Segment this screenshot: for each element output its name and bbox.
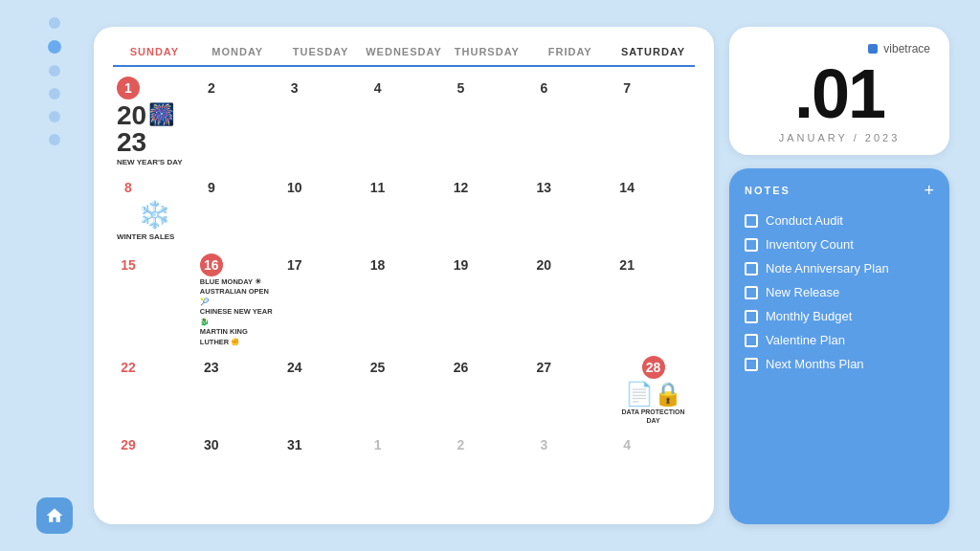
cal-cell-20[interactable]: 20 bbox=[528, 250, 612, 350]
sidebar-dot-5[interactable] bbox=[49, 111, 60, 122]
note-text-6: Next Months Plan bbox=[766, 357, 864, 371]
brand-dot bbox=[868, 44, 878, 54]
sidebar-dot-2[interactable] bbox=[48, 40, 61, 54]
cal-cell-18[interactable]: 18 bbox=[363, 250, 446, 350]
cal-cell-9[interactable]: 9 bbox=[196, 172, 279, 248]
home-button[interactable] bbox=[36, 497, 73, 534]
cal-cell-16[interactable]: 16 BLUE MONDAY ☀ AUSTRALIAN OPEN 🎾 CHINE… bbox=[196, 250, 279, 350]
home-icon bbox=[45, 506, 64, 525]
date-7: 7 bbox=[615, 77, 638, 99]
sidebar-dot-6[interactable] bbox=[49, 134, 60, 145]
cal-cell-27[interactable]: 27 bbox=[528, 352, 612, 428]
cal-cell-29[interactable]: 29 bbox=[113, 430, 196, 505]
note-item-4[interactable]: Monthly Budget bbox=[745, 304, 934, 328]
date-20: 20 bbox=[532, 253, 555, 276]
date-21: 21 bbox=[615, 253, 638, 276]
cal-cell-next-1: 1 bbox=[363, 430, 446, 505]
cal-cell-12[interactable]: 12 bbox=[445, 172, 528, 248]
date-next-3: 3 bbox=[532, 433, 555, 456]
cal-cell-26[interactable]: 26 bbox=[445, 352, 528, 428]
date-12: 12 bbox=[449, 176, 472, 199]
winter-sales-label: WINTER SALES bbox=[117, 232, 192, 242]
note-checkbox-4[interactable] bbox=[745, 310, 758, 323]
cal-cell-6[interactable]: 6 bbox=[528, 73, 612, 170]
cal-cell-14[interactable]: 14 bbox=[612, 172, 695, 248]
note-checkbox-1[interactable] bbox=[745, 238, 758, 252]
calendar-header: SUNDAY MONDAY TUESDAY WEDNESDAY THURSDAY… bbox=[113, 46, 695, 67]
note-text-4: Monthly Budget bbox=[766, 309, 852, 323]
date-card: vibetrace .01 JANUARY / 2023 bbox=[729, 27, 949, 155]
note-checkbox-5[interactable] bbox=[745, 334, 758, 347]
notes-add-button[interactable]: + bbox=[924, 182, 934, 199]
cal-cell-13[interactable]: 13 bbox=[528, 172, 612, 248]
data-protection-label: DATA PROTECTIONDAY bbox=[615, 408, 691, 425]
cal-cell-8[interactable]: 8 ❄️ WINTER SALES bbox=[113, 172, 196, 248]
main-container: SUNDAY MONDAY TUESDAY WEDNESDAY THURSDAY… bbox=[31, 17, 949, 534]
sidebar-dot-4[interactable] bbox=[49, 88, 60, 99]
date-15: 15 bbox=[117, 253, 140, 276]
cal-cell-next-4: 4 bbox=[612, 430, 695, 505]
cal-cell-4[interactable]: 4 bbox=[363, 73, 446, 170]
cal-cell-22[interactable]: 22 bbox=[113, 352, 196, 428]
header-monday: MONDAY bbox=[196, 46, 279, 57]
cal-cell-23[interactable]: 23 bbox=[196, 352, 279, 428]
brand-name: vibetrace bbox=[883, 42, 930, 55]
date-6: 6 bbox=[532, 77, 555, 99]
cal-cell-2[interactable]: 2 bbox=[196, 73, 279, 170]
note-checkbox-6[interactable] bbox=[745, 358, 758, 371]
cal-cell-17[interactable]: 17 bbox=[279, 250, 363, 350]
cal-cell-next-2: 2 bbox=[445, 430, 528, 505]
date-24: 24 bbox=[283, 356, 306, 379]
date-26: 26 bbox=[449, 356, 472, 379]
date-2: 2 bbox=[200, 77, 223, 99]
date-22: 22 bbox=[117, 356, 140, 379]
sidebar bbox=[31, 17, 78, 534]
sidebar-dot-1[interactable] bbox=[49, 17, 60, 29]
date-30: 30 bbox=[200, 433, 223, 456]
month-year: JANUARY / 2023 bbox=[779, 132, 901, 143]
cal-cell-19[interactable]: 19 bbox=[445, 250, 528, 350]
cal-cell-25[interactable]: 25 bbox=[363, 352, 446, 428]
note-item-6[interactable]: Next Months Plan bbox=[745, 352, 934, 376]
sidebar-dot-3[interactable] bbox=[49, 65, 60, 77]
note-text-1: Inventory Count bbox=[766, 237, 854, 252]
note-text-0: Conduct Audit bbox=[766, 213, 843, 228]
date-14: 14 bbox=[615, 176, 638, 199]
date-10: 10 bbox=[283, 176, 306, 199]
cal-cell-1[interactable]: 1 2023 🎆 NEW YEAR'S DAY bbox=[113, 73, 196, 170]
date-8: 8 bbox=[117, 176, 140, 199]
cal-cell-3[interactable]: 3 bbox=[279, 73, 363, 170]
note-checkbox-3[interactable] bbox=[745, 286, 758, 299]
date-next-4: 4 bbox=[615, 433, 638, 456]
cal-cell-31[interactable]: 31 bbox=[279, 430, 363, 505]
cal-cell-11[interactable]: 11 bbox=[363, 172, 446, 248]
note-text-3: New Release bbox=[766, 285, 839, 299]
cal-cell-21[interactable]: 21 bbox=[612, 250, 695, 350]
date-9: 9 bbox=[200, 176, 223, 199]
cal-cell-next-3: 3 bbox=[528, 430, 612, 505]
note-checkbox-0[interactable] bbox=[745, 214, 758, 228]
date-17: 17 bbox=[283, 253, 306, 276]
cal-cell-5[interactable]: 5 bbox=[445, 73, 528, 170]
cal-cell-30[interactable]: 30 bbox=[196, 430, 279, 505]
newyears-label: NEW YEAR'S DAY bbox=[117, 158, 192, 167]
header-wednesday: WEDNESDAY bbox=[363, 46, 446, 57]
cal-cell-7[interactable]: 7 bbox=[612, 73, 695, 170]
note-item-1[interactable]: Inventory Count bbox=[745, 232, 934, 256]
cal-cell-10[interactable]: 10 bbox=[279, 172, 363, 248]
note-item-3[interactable]: New Release bbox=[745, 280, 934, 304]
week16-events: BLUE MONDAY ☀ AUSTRALIAN OPEN 🎾 CHINESE … bbox=[200, 277, 276, 348]
note-item-5[interactable]: Valentine Plan bbox=[745, 328, 934, 352]
cal-cell-15[interactable]: 15 bbox=[113, 250, 196, 350]
note-item-0[interactable]: Conduct Audit bbox=[745, 209, 934, 232]
note-item-2[interactable]: Note Anniversary Plan bbox=[745, 256, 934, 280]
cal-cell-28[interactable]: 28 📄🔒 DATA PROTECTIONDAY bbox=[612, 352, 695, 428]
date-4: 4 bbox=[367, 77, 390, 99]
date-27: 27 bbox=[532, 356, 555, 379]
date-5: 5 bbox=[449, 77, 472, 99]
cal-cell-24[interactable]: 24 bbox=[279, 352, 363, 428]
header-tuesday: TUESDAY bbox=[279, 46, 363, 57]
note-checkbox-2[interactable] bbox=[745, 262, 758, 276]
date-16: 16 bbox=[200, 253, 223, 276]
notes-list: Conduct AuditInventory CountNote Anniver… bbox=[745, 209, 934, 376]
